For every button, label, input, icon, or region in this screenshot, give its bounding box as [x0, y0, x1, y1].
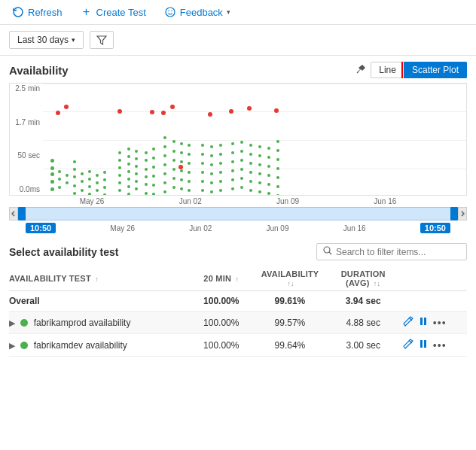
svg-rect-14 [424, 340, 426, 348]
scatter-dot [58, 178, 61, 181]
row-avail: 99.57% [256, 312, 329, 334]
scatter-dot [240, 150, 243, 153]
edit-button[interactable] [403, 339, 413, 351]
timeline-left-handle[interactable] [18, 207, 26, 220]
timeline-right-handle[interactable] [450, 207, 458, 220]
table-row: ▶ fabrikamprod availability 100.00% 99.5… [9, 312, 467, 334]
scatter-dot [219, 153, 222, 156]
scatter-dot [188, 153, 191, 156]
scatter-dot [231, 169, 234, 172]
scatter-dot [172, 168, 175, 171]
row-actions: ••• [403, 312, 467, 334]
scatter-dot [127, 178, 130, 181]
scatter-dot [66, 174, 69, 177]
sort-icon[interactable]: ↑↓ [374, 280, 380, 287]
scatter-dot [240, 186, 243, 189]
timeline-nav-right[interactable] [458, 207, 467, 220]
scatter-dot [73, 160, 76, 163]
scatter-dot [201, 162, 204, 165]
scatter-dot [240, 141, 243, 144]
time-nav-row: 10:50 May 26 Jun 02 Jun 09 Jun 16 10:50 [9, 222, 467, 234]
scatter-dot [249, 162, 252, 165]
scatter-dot [240, 159, 243, 162]
scatter-dot [145, 159, 148, 162]
scatter-dot [88, 193, 91, 196]
line-chart-button[interactable]: Line [371, 62, 404, 78]
scatter-dot [276, 194, 279, 196]
sort-icon[interactable]: ↑ [235, 275, 239, 283]
table-row: ▶ fabrikamdev availability 100.00% 99.64… [9, 334, 467, 357]
create-test-button[interactable]: + Create Test [78, 5, 149, 20]
timeline-nav-left[interactable] [9, 207, 18, 220]
scatter-dot [135, 150, 138, 153]
scatter-dot [81, 172, 84, 175]
scatter-dot [103, 171, 106, 174]
svg-point-1 [168, 11, 169, 12]
scatter-dot [145, 183, 148, 186]
scatter-dot [73, 168, 76, 171]
filter-bar: Last 30 days ▾ [0, 25, 476, 56]
more-button[interactable]: ••• [433, 317, 447, 329]
feedback-button[interactable]: Feedback ▾ [161, 5, 233, 20]
timeline-brush[interactable] [9, 207, 467, 220]
svg-point-7 [324, 247, 330, 253]
edit-button[interactable] [403, 316, 413, 329]
scatter-dot [163, 172, 166, 175]
scatter-dot [231, 160, 234, 163]
action-group: ••• [403, 316, 461, 329]
scatter-dot [172, 150, 175, 153]
scatter-dot [210, 190, 213, 193]
scatter-dot [180, 187, 183, 190]
scatter-dot [219, 180, 222, 183]
smiley-icon [164, 6, 176, 18]
refresh-button[interactable]: Refresh [9, 5, 66, 20]
row-dur: 3.00 sec [330, 334, 403, 357]
scatter-dot [73, 175, 76, 178]
scatter-dot [135, 180, 138, 183]
scatter-dot [50, 166, 54, 170]
section-header: Availability Line Scatter Plot [9, 62, 467, 78]
plus-icon: + [81, 6, 93, 18]
scatter-dot [152, 175, 155, 178]
select-title: Select availability test [9, 246, 119, 258]
expand-icon[interactable]: ▶ [9, 318, 15, 327]
scatter-dot [180, 169, 183, 172]
overall-name: Overall [9, 291, 192, 312]
sort-icon[interactable]: ↑↓ [287, 280, 294, 287]
scatter-dot [276, 167, 279, 170]
svg-rect-11 [424, 318, 426, 325]
scatter-dot [267, 156, 270, 159]
scatter-dot [50, 159, 54, 163]
grid-line [43, 111, 466, 112]
search-input[interactable] [336, 247, 460, 257]
pause-button[interactable] [418, 316, 429, 329]
scatter-dot [219, 189, 222, 192]
filter-button[interactable] [90, 31, 114, 49]
scatter-dot [172, 195, 175, 196]
pin-icon[interactable] [355, 64, 366, 77]
scatter-dot [161, 111, 166, 115]
sort-icon[interactable]: ↑ [95, 275, 99, 283]
scatter-dot [88, 178, 91, 181]
scatter-dot [231, 178, 234, 181]
scatter-dot [81, 180, 84, 183]
status-dot [20, 319, 28, 327]
scatter-plot-button[interactable]: Scatter Plot [404, 62, 467, 78]
chart-controls: Line Scatter Plot [355, 62, 467, 78]
expand-icon[interactable]: ▶ [9, 341, 15, 350]
scatter-dot [210, 163, 213, 166]
scatter-dot [50, 172, 54, 176]
scatter-dot [188, 180, 191, 183]
svg-line-8 [329, 252, 331, 254]
date-range-button[interactable]: Last 30 days ▾ [9, 31, 84, 49]
pause-button[interactable] [418, 339, 429, 351]
search-box[interactable] [316, 243, 467, 260]
more-button[interactable]: ••• [433, 339, 447, 351]
overall-20min: 100.00% [192, 291, 256, 312]
scatter-dot [58, 186, 61, 189]
scatter-dot [64, 105, 69, 109]
scatter-dot [127, 147, 130, 151]
scatter-dot [118, 174, 121, 177]
scatter-dot [145, 175, 148, 178]
scatter-dot [249, 153, 252, 156]
